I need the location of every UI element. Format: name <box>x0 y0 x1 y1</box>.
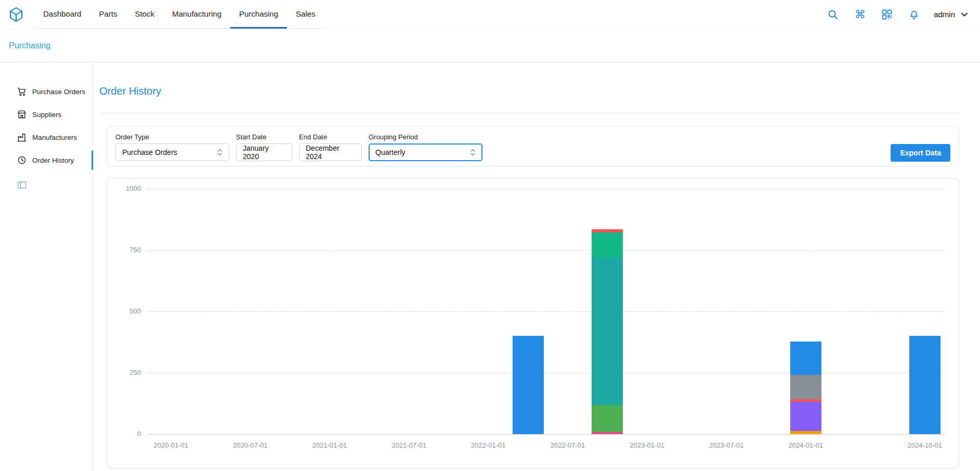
search-icon[interactable] <box>826 7 840 22</box>
bar-segment-2022-10-01-4[interactable] <box>592 229 623 232</box>
sidebar-item-manufacturers[interactable]: Manufacturers <box>0 126 93 149</box>
start-date-label: Start Date <box>236 133 292 141</box>
sidebar-item-label: Suppliers <box>32 111 61 119</box>
package-logo-icon <box>8 7 24 22</box>
tab-stock[interactable]: Stock <box>126 0 163 29</box>
sidebar-item-label: Purchase Orders <box>32 88 85 96</box>
app-logo[interactable] <box>8 0 24 29</box>
end-date-group: End Date December 2024 <box>299 133 362 161</box>
order-type-label: Order Type <box>115 133 229 141</box>
bar-segment-2024-01-01-0[interactable] <box>790 431 821 434</box>
x-tick-label: 2022-07-01 <box>551 441 585 449</box>
x-tick-label: 2021-07-01 <box>391 441 426 449</box>
sidebar-item-label: Order History <box>32 156 74 164</box>
x-tick-label: 2023-01-01 <box>630 441 664 449</box>
start-date-group: Start Date January 2020 <box>236 133 292 161</box>
command-icon[interactable]: ⌘ <box>853 7 867 22</box>
tab-dashboard[interactable]: Dashboard <box>34 0 90 29</box>
qr-grid-icon[interactable] <box>880 7 894 22</box>
top-navbar: Dashboard Parts Stock Manufacturing Purc… <box>0 0 980 29</box>
history-clock-icon <box>17 155 27 165</box>
y-tick-label: 500 <box>107 307 141 315</box>
breadcrumb: Purchasing <box>0 29 980 62</box>
tab-purchasing[interactable]: Purchasing <box>230 0 287 29</box>
x-tick-label: 2020-01-01 <box>154 441 189 449</box>
bar-segment-2024-10-01-0[interactable] <box>909 336 940 434</box>
end-date-value: December 2024 <box>306 144 355 161</box>
user-menu[interactable]: admin <box>934 10 969 19</box>
gridline-750 <box>147 250 945 251</box>
purchasing-sidebar: Purchase Orders Suppliers Manufacturers <box>0 62 93 471</box>
bar-2024-10-01[interactable] <box>909 189 940 434</box>
gridline-1000 <box>147 189 945 189</box>
breadcrumb-purchasing[interactable]: Purchasing <box>9 41 50 50</box>
grouping-period-group: Grouping Period Quarterly <box>369 133 482 161</box>
order-type-group: Order Type Purchase Orders <box>115 133 229 161</box>
sidebar-item-label: Manufacturers <box>32 134 77 141</box>
bar-2022-04-01[interactable] <box>513 189 544 434</box>
start-date-input[interactable]: January 2020 <box>236 143 292 161</box>
gridline-250 <box>147 373 945 373</box>
sidebar-collapse-icon[interactable] <box>17 180 28 191</box>
grouping-period-value: Quarterly <box>375 148 406 156</box>
bell-icon[interactable] <box>907 7 921 22</box>
title-divider <box>99 113 959 113</box>
page-title: Order History <box>99 85 959 97</box>
y-tick-label: 250 <box>107 369 141 376</box>
bar-segment-2024-01-01-4[interactable] <box>790 342 821 375</box>
start-date-value: January 2020 <box>243 144 285 161</box>
tab-parts[interactable]: Parts <box>90 0 126 29</box>
bar-segment-2024-01-01-2[interactable] <box>790 399 821 402</box>
grouping-period-select[interactable]: Quarterly <box>369 143 482 161</box>
bar-segment-2024-01-01-3[interactable] <box>790 375 821 399</box>
x-tick-label: 2020-07-01 <box>233 441 268 449</box>
end-date-input[interactable]: December 2024 <box>299 143 362 161</box>
export-data-button[interactable]: Export Data <box>891 144 950 162</box>
bar-segment-2022-10-01-3[interactable] <box>592 232 623 258</box>
order-type-select[interactable]: Purchase Orders <box>115 143 229 161</box>
x-tick-label: 2024-01-01 <box>789 441 824 449</box>
sidebar-item-purchase-orders[interactable]: Purchase Orders <box>0 80 93 103</box>
shopping-cart-icon <box>17 86 27 97</box>
sidebar-item-order-history[interactable]: Order History <box>0 149 93 172</box>
grouping-period-label: Grouping Period <box>369 133 482 141</box>
chart-card: 025050075010002020-01-012020-07-012021-0… <box>107 178 959 468</box>
tab-sales[interactable]: Sales <box>287 0 324 29</box>
x-tick-label: 2022-01-01 <box>471 441 506 449</box>
bar-segment-2022-10-01-1[interactable] <box>592 405 623 432</box>
filter-card: Order Type Purchase Orders Start Date Ja… <box>107 126 959 166</box>
main-nav-tabs: Dashboard Parts Stock Manufacturing Purc… <box>34 0 324 29</box>
selector-icon <box>470 148 476 156</box>
x-tick-label: 2024-10-01 <box>908 441 943 449</box>
x-tick-label: 2023-07-01 <box>709 441 744 449</box>
bar-segment-2022-10-01-2[interactable] <box>592 258 623 405</box>
x-tick-label: 2021-01-01 <box>312 441 347 449</box>
storefront-icon <box>17 109 27 120</box>
bar-segment-2022-10-01-0[interactable] <box>592 432 623 434</box>
y-tick-label: 1000 <box>107 185 141 192</box>
bar-segment-2024-01-01-1[interactable] <box>790 402 821 431</box>
chevron-down-icon <box>960 10 969 19</box>
factory-icon <box>17 132 27 142</box>
y-tick-label: 750 <box>107 246 141 254</box>
y-tick-label: 0 <box>107 430 141 438</box>
sidebar-item-suppliers[interactable]: Suppliers <box>0 103 93 126</box>
bar-2024-01-01[interactable] <box>790 189 821 434</box>
bar-segment-2022-04-01-0[interactable] <box>513 336 544 434</box>
end-date-label: End Date <box>299 133 362 141</box>
user-name: admin <box>934 10 955 19</box>
content-layout: Purchase Orders Suppliers Manufacturers <box>0 62 980 471</box>
navbar-actions: ⌘ admin <box>826 0 969 29</box>
gridline-500 <box>147 311 945 312</box>
tab-manufacturing[interactable]: Manufacturing <box>163 0 230 29</box>
order-type-value: Purchase Orders <box>122 148 177 156</box>
order-history-panel: Order History Order Type Purchase Orders… <box>93 62 980 471</box>
selector-icon <box>217 148 223 156</box>
gridline-0 <box>147 434 945 435</box>
bar-2022-10-01[interactable] <box>592 189 623 434</box>
